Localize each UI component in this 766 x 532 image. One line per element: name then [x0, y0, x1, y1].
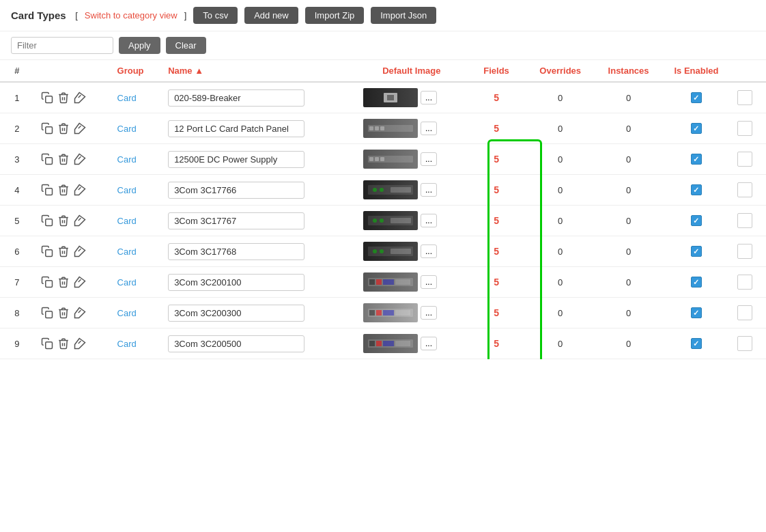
- edit-icon[interactable]: [74, 214, 86, 227]
- row-is-enabled: [662, 82, 730, 113]
- add-new-button[interactable]: Add new: [244, 7, 298, 24]
- is-enabled-checkbox[interactable]: [691, 184, 702, 195]
- svg-point-35: [373, 219, 377, 223]
- group-link[interactable]: Card: [117, 277, 137, 288]
- row-is-enabled: [662, 175, 730, 206]
- edit-icon[interactable]: [74, 184, 86, 196]
- extra-action-box[interactable]: [737, 213, 752, 228]
- delete-icon[interactable]: [57, 337, 70, 350]
- copy-icon[interactable]: [41, 122, 53, 135]
- svg-line-40: [78, 249, 81, 251]
- is-enabled-checkbox[interactable]: [691, 92, 702, 103]
- import-zip-button[interactable]: Import Zip: [305, 7, 365, 24]
- group-link[interactable]: Card: [117, 93, 137, 103]
- copy-icon[interactable]: [41, 337, 53, 350]
- name-input[interactable]: [168, 274, 304, 291]
- delete-icon[interactable]: [57, 307, 70, 319]
- extra-action-box[interactable]: [737, 244, 752, 259]
- svg-rect-12: [375, 126, 379, 130]
- row-extra: [730, 82, 766, 113]
- svg-rect-30: [45, 219, 52, 226]
- edit-icon[interactable]: [74, 337, 86, 350]
- image-dots-button[interactable]: ...: [421, 306, 437, 320]
- image-dots-button[interactable]: ...: [421, 214, 437, 227]
- row-group: Card: [111, 328, 162, 359]
- delete-icon[interactable]: [57, 184, 70, 196]
- edit-icon[interactable]: [74, 307, 86, 319]
- import-json-button[interactable]: Import Json: [371, 7, 436, 24]
- copy-icon[interactable]: [41, 153, 53, 165]
- svg-rect-46: [45, 281, 52, 288]
- group-link[interactable]: Card: [117, 124, 137, 134]
- group-link[interactable]: Card: [117, 308, 137, 318]
- copy-icon[interactable]: [41, 307, 53, 319]
- name-input[interactable]: [168, 305, 304, 322]
- copy-icon[interactable]: [41, 276, 53, 288]
- page-title: Card Types: [11, 10, 66, 21]
- edit-icon[interactable]: [74, 276, 86, 288]
- delete-icon[interactable]: [57, 276, 70, 288]
- is-enabled-checkbox[interactable]: [691, 246, 702, 257]
- edit-icon[interactable]: [74, 122, 86, 135]
- extra-action-box[interactable]: [737, 305, 752, 320]
- edit-icon[interactable]: [74, 153, 86, 165]
- group-link[interactable]: Card: [117, 154, 137, 165]
- is-enabled-checkbox[interactable]: [691, 123, 702, 134]
- delete-icon[interactable]: [57, 153, 70, 165]
- extra-action-box[interactable]: [737, 275, 752, 290]
- delete-icon[interactable]: [57, 122, 70, 135]
- name-input[interactable]: [168, 120, 304, 137]
- copy-icon[interactable]: [41, 245, 53, 257]
- name-input[interactable]: [168, 182, 304, 199]
- group-link[interactable]: Card: [117, 339, 137, 349]
- row-num: 7: [0, 267, 34, 298]
- extra-action-box[interactable]: [737, 152, 752, 167]
- filter-input[interactable]: [11, 37, 113, 54]
- edit-icon[interactable]: [74, 245, 86, 257]
- name-input[interactable]: [168, 335, 304, 352]
- to-csv-button[interactable]: To csv: [193, 7, 238, 24]
- svg-rect-63: [395, 310, 410, 316]
- extra-action-box[interactable]: [737, 121, 752, 136]
- image-dots-button[interactable]: ...: [421, 275, 437, 289]
- switch-view-link[interactable]: Switch to category view: [85, 10, 178, 20]
- image-dots-button[interactable]: ...: [421, 91, 437, 104]
- row-fields: 5: [467, 206, 526, 236]
- header-bar: Card Types [ Switch to category view ] T…: [0, 0, 766, 31]
- delete-icon[interactable]: [57, 245, 70, 257]
- name-input[interactable]: [168, 243, 304, 260]
- group-link[interactable]: Card: [117, 216, 137, 226]
- svg-rect-22: [45, 188, 52, 195]
- group-link[interactable]: Card: [117, 185, 137, 195]
- copy-icon[interactable]: [41, 92, 53, 104]
- image-dots-button[interactable]: ...: [421, 122, 437, 135]
- image-dots-button[interactable]: ...: [421, 337, 437, 350]
- is-enabled-checkbox[interactable]: [691, 277, 702, 288]
- name-input[interactable]: [168, 89, 304, 107]
- group-link[interactable]: Card: [117, 247, 137, 257]
- is-enabled-checkbox[interactable]: [691, 338, 702, 349]
- is-enabled-checkbox[interactable]: [691, 154, 702, 165]
- extra-action-box[interactable]: [737, 90, 752, 105]
- row-is-enabled: [662, 206, 730, 236]
- delete-icon[interactable]: [57, 214, 70, 227]
- copy-icon[interactable]: [41, 214, 53, 227]
- clear-button[interactable]: Clear: [166, 37, 206, 54]
- row-num: 4: [0, 175, 34, 206]
- extra-action-box[interactable]: [737, 182, 752, 197]
- table-row: 5 Card: [0, 206, 766, 236]
- edit-icon[interactable]: [74, 92, 86, 104]
- delete-icon[interactable]: [57, 92, 70, 104]
- row-group: Card: [111, 113, 162, 144]
- extra-action-box[interactable]: [737, 336, 752, 351]
- is-enabled-checkbox[interactable]: [691, 307, 702, 318]
- name-input[interactable]: [168, 212, 304, 229]
- copy-icon[interactable]: [41, 184, 53, 196]
- image-dots-button[interactable]: ...: [421, 183, 437, 197]
- image-dots-button[interactable]: ...: [421, 152, 437, 166]
- is-enabled-checkbox[interactable]: [691, 215, 702, 226]
- image-dots-button[interactable]: ...: [421, 244, 437, 258]
- apply-button[interactable]: Apply: [119, 37, 160, 54]
- svg-rect-19: [369, 157, 373, 161]
- name-input[interactable]: [168, 151, 304, 168]
